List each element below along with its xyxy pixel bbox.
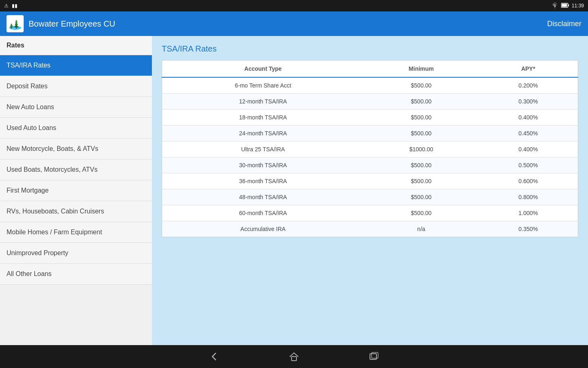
- cell-apy: 0.200%: [479, 77, 578, 94]
- warning-icon: ⚠: [4, 3, 9, 9]
- content-area: TSA/IRA Rates Account Type Minimum APY* …: [152, 36, 588, 345]
- table-row: 36-month TSA/IRA$500.000.600%: [162, 173, 578, 189]
- sidebar-item-used-boats[interactable]: Used Boats, Motorcycles, ATVs: [0, 159, 152, 180]
- cell-account-type: 36-month TSA/IRA: [162, 173, 364, 189]
- app-header: Bowater Employees CU Disclaimer: [0, 11, 588, 36]
- cell-apy: 1.000%: [479, 205, 578, 221]
- home-button[interactable]: [287, 349, 301, 364]
- cell-account-type: 12-month TSA/IRA: [162, 94, 364, 110]
- cell-account-type: Accumulative IRA: [162, 221, 364, 237]
- cell-apy: 0.350%: [479, 221, 578, 237]
- bottom-nav-bar: [0, 345, 588, 368]
- svg-rect-13: [370, 354, 376, 359]
- svg-rect-1: [561, 4, 567, 7]
- cell-apy: 0.300%: [479, 94, 578, 110]
- sidebar: Rates TSA/IRA Rates Deposit Rates New Au…: [0, 36, 152, 345]
- table-row: 6-mo Term Share Acct$500.000.200%: [162, 77, 578, 94]
- cell-minimum: $500.00: [364, 205, 479, 221]
- cell-apy: 0.400%: [479, 110, 578, 126]
- cell-apy: 0.500%: [479, 157, 578, 173]
- content-title: TSA/IRA Rates: [162, 44, 578, 54]
- cell-minimum: $1000.00: [364, 141, 479, 157]
- col-apy: APY*: [479, 61, 578, 78]
- svg-rect-2: [568, 4, 569, 6]
- col-account-type: Account Type: [162, 61, 364, 78]
- cell-apy: 0.600%: [479, 173, 578, 189]
- app-title: Bowater Employees CU: [29, 19, 115, 29]
- sidebar-item-new-moto[interactable]: New Motorcycle, Boats, & ATVs: [0, 139, 152, 159]
- cell-account-type: 24-month TSA/IRA: [162, 126, 364, 141]
- battery-icon: [561, 3, 569, 9]
- battery-square-icon: ▮▮: [12, 3, 18, 9]
- col-minimum: Minimum: [364, 61, 479, 78]
- sidebar-item-rvs[interactable]: RVs, Houseboats, Cabin Cruisers: [0, 201, 152, 222]
- sidebar-item-used-auto[interactable]: Used Auto Loans: [0, 118, 152, 139]
- status-bar: ⚠ ▮▮ 11:39: [0, 0, 588, 11]
- sidebar-item-first-mortgage[interactable]: First Mortgage: [0, 180, 152, 201]
- wifi-icon: [551, 2, 559, 9]
- table-row: 18-month TSA/IRA$500.000.400%: [162, 110, 578, 126]
- cell-account-type: 18-month TSA/IRA: [162, 110, 364, 126]
- table-row: Ultra 25 TSA/IRA$1000.000.400%: [162, 141, 578, 157]
- header-left: Bowater Employees CU: [7, 15, 115, 32]
- app-logo: [7, 15, 24, 32]
- table-row: 30-month TSA/IRA$500.000.500%: [162, 157, 578, 173]
- main-layout: Rates TSA/IRA Rates Deposit Rates New Au…: [0, 36, 588, 345]
- table-row: 24-month TSA/IRA$500.000.450%: [162, 126, 578, 141]
- cell-minimum: $500.00: [364, 110, 479, 126]
- cell-account-type: 30-month TSA/IRA: [162, 157, 364, 173]
- sidebar-item-deposit[interactable]: Deposit Rates: [0, 76, 152, 97]
- table-row: 12-month TSA/IRA$500.000.300%: [162, 94, 578, 110]
- svg-rect-11: [16, 27, 17, 29]
- cell-minimum: $500.00: [364, 77, 479, 94]
- cell-minimum: n/a: [364, 221, 479, 237]
- sidebar-item-other-loans[interactable]: All Other Loans: [0, 264, 152, 285]
- sidebar-item-new-auto[interactable]: New Auto Loans: [0, 97, 152, 118]
- svg-rect-7: [11, 27, 12, 29]
- cell-apy: 0.400%: [479, 141, 578, 157]
- back-button[interactable]: [207, 349, 221, 364]
- cell-account-type: 60-month TSA/IRA: [162, 205, 364, 221]
- status-bar-left: ⚠ ▮▮: [4, 3, 18, 9]
- table-row: 48-month TSA/IRA$500.000.800%: [162, 189, 578, 205]
- svg-rect-12: [292, 357, 296, 361]
- sidebar-item-unimproved[interactable]: Unimproved Property: [0, 243, 152, 264]
- cell-minimum: $500.00: [364, 189, 479, 205]
- cell-account-type: 48-month TSA/IRA: [162, 189, 364, 205]
- time-display: 11:39: [572, 3, 584, 9]
- table-row: 60-month TSA/IRA$500.001.000%: [162, 205, 578, 221]
- cell-minimum: $500.00: [364, 126, 479, 141]
- disclaimer-button[interactable]: Disclaimer: [547, 20, 581, 28]
- rates-table: Account Type Minimum APY* 6-mo Term Shar…: [162, 60, 578, 237]
- cell-apy: 0.450%: [479, 126, 578, 141]
- sidebar-heading: Rates: [0, 36, 152, 55]
- cell-minimum: $500.00: [364, 173, 479, 189]
- cell-minimum: $500.00: [364, 157, 479, 173]
- cell-account-type: 6-mo Term Share Acct: [162, 77, 364, 94]
- table-row: Accumulative IRAn/a0.350%: [162, 221, 578, 237]
- sidebar-item-mobile-homes[interactable]: Mobile Homes / Farm Equipment: [0, 222, 152, 243]
- status-bar-right: 11:39: [551, 2, 584, 9]
- cell-apy: 0.800%: [479, 189, 578, 205]
- sidebar-item-tsa-ira[interactable]: TSA/IRA Rates: [0, 55, 152, 76]
- cell-minimum: $500.00: [364, 94, 479, 110]
- recents-button[interactable]: [367, 349, 381, 364]
- cell-account-type: Ultra 25 TSA/IRA: [162, 141, 364, 157]
